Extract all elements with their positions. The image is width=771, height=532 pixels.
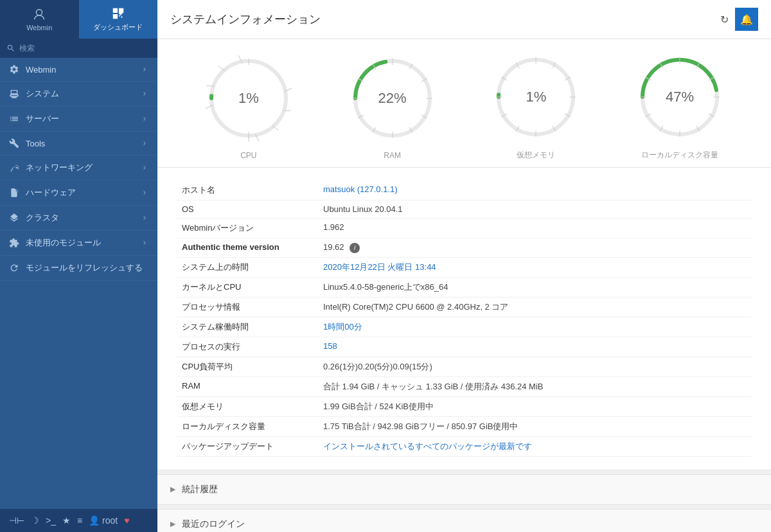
table-row: カーネルとCPU Linux5.4.0-58-generic上でx86_64 xyxy=(177,277,752,297)
disk-gauge-wrap: 47% xyxy=(635,52,725,142)
load-label: CPU負荷平均 xyxy=(177,357,318,377)
stats-arrow-icon: ▶ xyxy=(170,485,175,493)
terminal-icon[interactable]: >_ xyxy=(46,515,56,526)
sidebar-webmin-logo[interactable]: Webmin xyxy=(0,0,79,39)
sidebar-item-label-networking: ネットワーキング xyxy=(26,162,93,173)
sidebar-item-tools[interactable]: Tools xyxy=(0,132,157,155)
load-value: 0.26(1分)0.20(5分)0.09(15分) xyxy=(318,357,752,377)
monitor-icon xyxy=(9,89,19,99)
system-info-table: ホスト名 matsuok (127.0.1.1) OS Ubuntu Linux… xyxy=(177,181,752,457)
uptime-label: システム稼働時間 xyxy=(177,317,318,337)
cpu-gauge-value: 1% xyxy=(238,90,259,107)
chevron-right-icon xyxy=(141,164,148,172)
chevron-right-icon xyxy=(141,90,148,98)
logins-header[interactable]: ▶ 最近のログイン xyxy=(157,510,771,533)
hardware-icon xyxy=(9,188,19,198)
cpu-gauge: 1% CPU xyxy=(204,53,294,160)
ram-gauge-value: 22% xyxy=(378,90,407,107)
kernel-label: カーネルとCPU xyxy=(177,277,318,297)
system-time-link[interactable]: 2020年12月22日 火曜日 13:44 xyxy=(323,262,436,272)
vmem-gauge: 1% 仮想メモリ xyxy=(491,52,581,161)
chevron-right-icon xyxy=(141,214,148,222)
sidebar-item-label-tools: Tools xyxy=(26,139,45,148)
system-time-value: 2020年12月22日 火曜日 13:44 xyxy=(318,257,752,277)
sidebar-dashboard-tab[interactable]: ダッシュボード xyxy=(79,0,158,39)
sidebar-item-label-server: サーバー xyxy=(26,113,59,125)
table-row: Authentic theme version 19.62 i xyxy=(177,238,752,258)
sidebar-item-label-refresh: モジュールをリフレッシュする xyxy=(26,262,143,274)
header-actions: ↻ 🔔 xyxy=(720,8,758,31)
disk-label: ローカルディスク容量 xyxy=(177,416,318,436)
star-icon[interactable]: ★ xyxy=(62,515,71,526)
heart-red-icon[interactable]: ♥ xyxy=(124,515,129,526)
main-area: システムインフォメーション ↻ 🔔 xyxy=(157,0,771,532)
stats-section: ▶ 統計履歴 xyxy=(157,474,771,505)
processes-value: 158 xyxy=(318,337,752,357)
uptime-value: 1時間00分 xyxy=(318,317,752,337)
uptime-link[interactable]: 1時間00分 xyxy=(323,322,362,332)
dashboard-label: ダッシュボード xyxy=(93,22,143,32)
sidebar-item-label-unused: 未使用のモジュール xyxy=(26,237,101,249)
sidebar-item-label-cluster: クラスタ xyxy=(26,212,59,224)
sidebar-item-cluster[interactable]: クラスタ xyxy=(0,206,157,231)
theme-version-label: Authentic theme version xyxy=(177,238,318,258)
sidebar-item-label-system: システム xyxy=(26,88,59,100)
equalizer-icon[interactable]: ≡ xyxy=(77,515,82,526)
main-body: 1% CPU xyxy=(157,39,771,532)
package-label: パッケージアップデート xyxy=(177,436,318,456)
processor-value: Intel(R) Core(TM)2 CPU 6600 @ 2.40GHz, 2… xyxy=(318,297,752,317)
webmin-version-value: 1.962 xyxy=(318,218,752,238)
vmem-gauge-value: 1% xyxy=(526,89,546,105)
sidebar-item-refresh[interactable]: モジュールをリフレッシュする xyxy=(0,256,157,281)
sidebar-bottom-toolbar: ⊣⊢ ☽ >_ ★ ≡ 👤 root ♥ xyxy=(0,509,157,532)
table-row: プロセスの実行 158 xyxy=(177,337,752,357)
search-input[interactable] xyxy=(19,44,151,53)
gear-icon xyxy=(9,64,19,75)
table-row: CPU負荷平均 0.26(1分)0.20(5分)0.09(15分) xyxy=(177,357,752,377)
pipes-icon[interactable]: ⊣⊢ xyxy=(9,515,24,526)
vmem-label: 仮想メモリ xyxy=(177,396,318,416)
sidebar-item-server[interactable]: サーバー xyxy=(0,107,157,132)
wrench-icon xyxy=(9,138,19,148)
sidebar-item-webmin[interactable]: Webmin xyxy=(0,58,157,82)
sidebar-item-system[interactable]: システム xyxy=(0,82,157,107)
package-link[interactable]: インストールされているすべてのパッケージが最新です xyxy=(323,441,532,451)
sidebar-item-hardware[interactable]: ハードウェア xyxy=(0,181,157,206)
table-row: OS Ubuntu Linux 20.04.1 xyxy=(177,200,752,218)
layers-icon xyxy=(9,213,19,223)
table-row: ホスト名 matsuok (127.0.1.1) xyxy=(177,181,752,200)
stats-header[interactable]: ▶ 統計履歴 xyxy=(157,475,771,504)
gauges-section: 1% CPU xyxy=(157,39,771,168)
table-row: ローカルディスク容量 1.75 TiB合計 / 942.98 GiBフリー / … xyxy=(177,416,752,436)
disk-value: 1.75 TiB合計 / 942.98 GiBフリー / 850.97 GiB使… xyxy=(318,416,752,436)
disk-gauge: 47% ローカルディスク容量 xyxy=(635,52,725,161)
table-row: システム上の時間 2020年12月22日 火曜日 13:44 xyxy=(177,257,752,277)
cpu-gauge-name: CPU xyxy=(240,151,256,160)
processes-link[interactable]: 158 xyxy=(323,341,337,351)
refresh-icon xyxy=(9,263,19,273)
table-row: パッケージアップデート インストールされているすべてのパッケージが最新です xyxy=(177,436,752,456)
chevron-right-icon xyxy=(141,239,148,247)
sidebar-item-label-webmin: Webmin xyxy=(26,65,56,75)
sidebar-nav: Webmin システム サーバー Tools xyxy=(0,58,157,509)
svg-point-0 xyxy=(37,9,42,15)
notifications-button[interactable]: 🔔 xyxy=(735,8,758,31)
hostname-link[interactable]: matsuok (127.0.1.1) xyxy=(323,184,398,194)
puzzle-icon xyxy=(9,238,19,248)
info-icon[interactable]: i xyxy=(350,243,360,253)
sidebar-item-networking[interactable]: ネットワーキング xyxy=(0,155,157,181)
sidebar-search-bar[interactable] xyxy=(0,39,157,58)
page-title: システムインフォメーション xyxy=(170,12,321,27)
moon-icon[interactable]: ☽ xyxy=(31,515,39,526)
processor-label: プロセッサ情報 xyxy=(177,297,318,317)
refresh-button[interactable]: ↻ xyxy=(720,13,729,26)
sidebar-item-unused[interactable]: 未使用のモジュール xyxy=(0,231,157,256)
sidebar: Webmin ダッシュボード Webmin システム xyxy=(0,0,157,532)
root-user-label[interactable]: 👤 root xyxy=(89,515,118,526)
vmem-value: 1.99 GiB合計 / 524 KiB使用中 xyxy=(318,396,752,416)
os-value: Ubuntu Linux 20.04.1 xyxy=(318,200,752,218)
disk-gauge-value: 47% xyxy=(666,89,694,105)
network-icon xyxy=(9,163,19,173)
ram-label: RAM xyxy=(177,377,318,396)
sidebar-item-label-hardware: ハードウェア xyxy=(26,187,76,199)
